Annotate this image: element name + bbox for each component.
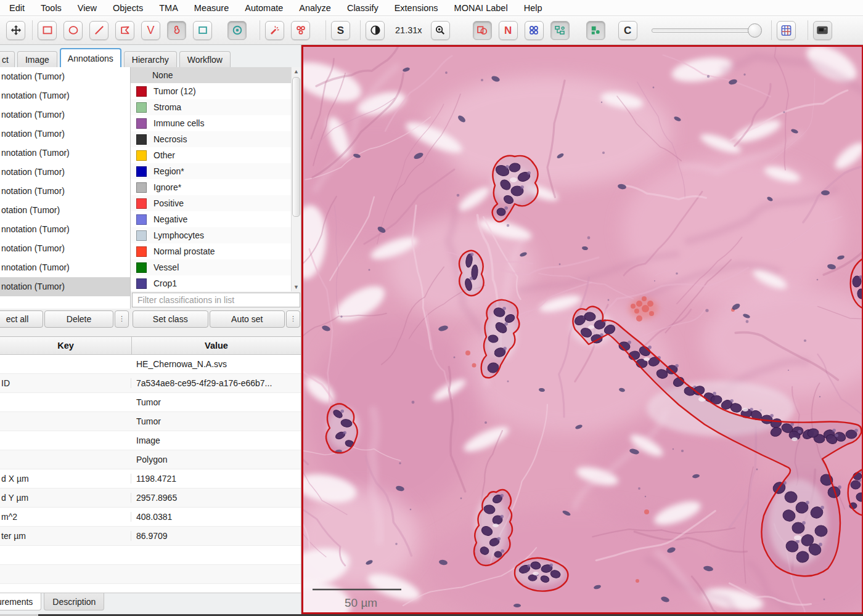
- selection-rectangle-tool-button[interactable]: [193, 21, 212, 40]
- edge-partial-button[interactable]: [813, 21, 832, 40]
- value-column-header[interactable]: Value: [132, 337, 301, 354]
- menu-item-analyze[interactable]: Analyze: [291, 1, 339, 15]
- measurement-value: HE_Chernowa_N.A.svs: [131, 359, 301, 369]
- class-label: Immune cells: [153, 118, 204, 128]
- slide-viewer[interactable]: 50 µm: [301, 45, 863, 614]
- tab-hierarchy[interactable]: Hierarchy: [124, 51, 177, 67]
- menu-item-tools[interactable]: Tools: [33, 1, 70, 15]
- menu-item-tma[interactable]: TMA: [151, 1, 186, 15]
- classification-item-normal-prostate[interactable]: Normal prostate: [131, 243, 301, 259]
- annotation-list-item[interactable]: notation (Tumor): [0, 239, 130, 258]
- table-row[interactable]: ID7a534ae8-ce95-4f29-a176-e66b7...: [0, 374, 301, 393]
- line-tool-button[interactable]: [89, 21, 108, 40]
- zoom-to-fit-button[interactable]: [431, 21, 450, 40]
- tab-project[interactable]: ct: [0, 51, 15, 67]
- opacity-slider-knob[interactable]: [748, 23, 762, 38]
- annotation-list-item[interactable]: nnotation (Tumor): [0, 258, 130, 277]
- polyline-tool-button[interactable]: V: [141, 21, 160, 40]
- brush-tool-button[interactable]: [167, 21, 186, 40]
- annotation-list-item[interactable]: nnotation (Tumor): [0, 144, 130, 163]
- annotation-list-item[interactable]: nnotation (Tumor): [0, 86, 130, 105]
- show-connections-button[interactable]: C: [618, 21, 637, 40]
- measurement-grid-button[interactable]: [777, 21, 796, 40]
- classification-item-tumor-12[interactable]: Tumor (12): [131, 83, 301, 99]
- filter-classifications-input[interactable]: [132, 293, 300, 307]
- scroll-up-icon[interactable]: ▲: [292, 67, 301, 76]
- tab-description[interactable]: Description: [44, 593, 104, 610]
- tab-image[interactable]: Image: [17, 51, 57, 67]
- scrollbar-thumb[interactable]: [292, 77, 300, 217]
- menu-item-monai-label[interactable]: MONAI Label: [446, 1, 516, 15]
- menu-item-measure[interactable]: Measure: [186, 1, 237, 15]
- table-row[interactable]: Tumor: [0, 393, 301, 412]
- classification-item-ignore[interactable]: Ignore*: [131, 179, 301, 195]
- menu-item-objects[interactable]: Objects: [105, 1, 151, 15]
- table-row[interactable]: m^2408.0381: [0, 508, 301, 527]
- annotation-list-item[interactable]: notation (Tumor): [0, 105, 130, 124]
- annotation-list-item[interactable]: notation (Tumor): [0, 163, 130, 182]
- menu-item-extensions[interactable]: Extensions: [387, 1, 446, 15]
- polygon-tool-button[interactable]: [115, 21, 134, 40]
- annotation-list-item[interactable]: notation (Tumor): [0, 182, 130, 201]
- table-row[interactable]: [0, 565, 301, 584]
- table-row[interactable]: HE_Chernowa_N.A.svs: [0, 355, 301, 374]
- show-detections-button[interactable]: [586, 21, 605, 40]
- contrast-icon: [370, 25, 381, 36]
- delete-button[interactable]: Delete: [44, 310, 113, 328]
- classification-item-crop1[interactable]: Crop1: [131, 275, 301, 291]
- table-row[interactable]: Tumor: [0, 412, 301, 431]
- annotation-more-button[interactable]: ⋮: [115, 310, 129, 328]
- classification-item-positive[interactable]: Positive: [131, 195, 301, 211]
- menu-item-view[interactable]: View: [70, 1, 105, 15]
- classification-item-other[interactable]: Other: [131, 147, 301, 163]
- menu-item-help[interactable]: Help: [516, 1, 550, 15]
- table-row[interactable]: [0, 584, 301, 593]
- table-row[interactable]: d X µm1198.4721: [0, 469, 301, 488]
- menu-item-automate[interactable]: Automate: [237, 1, 291, 15]
- show-hierarchy-button[interactable]: [550, 21, 570, 40]
- script-tool-button[interactable]: S: [331, 21, 350, 40]
- show-annotations-button[interactable]: [473, 21, 492, 40]
- classification-item-necrosis[interactable]: Necrosis: [131, 131, 301, 147]
- points-tool-button[interactable]: [227, 21, 247, 40]
- table-row[interactable]: [0, 546, 301, 565]
- annotation-list-item[interactable]: notation (Tumor): [0, 124, 130, 144]
- ellipse-tool-button[interactable]: [63, 21, 83, 40]
- scroll-down-icon[interactable]: ▼: [292, 283, 301, 291]
- classification-item-negative[interactable]: Negative: [131, 211, 301, 227]
- menu-item-edit[interactable]: Edit: [1, 1, 33, 15]
- menu-item-classify[interactable]: Classify: [339, 1, 387, 15]
- classification-scrollbar[interactable]: ▲ ▼: [291, 67, 301, 291]
- rectangle-tool-button[interactable]: [38, 21, 57, 40]
- table-row[interactable]: Image: [0, 431, 301, 450]
- classification-item-immune-cells[interactable]: Immune cells: [131, 115, 301, 131]
- classification-item-region[interactable]: Region*: [131, 163, 301, 179]
- key-column-header[interactable]: Key: [0, 337, 132, 354]
- classification-item-none[interactable]: None: [131, 67, 301, 83]
- annotation-list-item[interactable]: notation (Tumor): [0, 67, 130, 86]
- move-tool-button[interactable]: [6, 21, 25, 40]
- wand-tool-button[interactable]: [265, 21, 284, 40]
- table-row[interactable]: Polygon: [0, 450, 301, 469]
- table-row[interactable]: ter µm86.9709: [0, 527, 301, 546]
- annotation-list-item[interactable]: nnotation (Tumor): [0, 220, 130, 239]
- opacity-slider[interactable]: [652, 28, 756, 33]
- select-all-button[interactable]: ect all: [0, 310, 43, 328]
- histology-image[interactable]: 50 µm: [301, 45, 863, 614]
- auto-set-button[interactable]: Auto set: [210, 310, 285, 328]
- classification-item-stroma[interactable]: Stroma: [131, 99, 301, 115]
- tab-annotations[interactable]: Annotations: [60, 48, 121, 67]
- set-class-button[interactable]: Set class: [133, 310, 208, 328]
- annotation-list-item[interactable]: notation (Tumor): [0, 277, 130, 296]
- tab-workflow[interactable]: Workflow: [179, 51, 231, 67]
- table-row[interactable]: d Y µm2957.8965: [0, 488, 301, 508]
- show-tma-grid-button[interactable]: [525, 21, 544, 40]
- counting-tool-button[interactable]: [291, 21, 310, 40]
- tab-measurements[interactable]: urements: [0, 593, 41, 610]
- classification-item-lymphocytes[interactable]: Lymphocytes: [131, 227, 301, 243]
- class-more-button[interactable]: ⋮: [286, 310, 300, 328]
- contrast-tool-button[interactable]: [366, 21, 385, 40]
- classification-item-vessel[interactable]: Vessel: [131, 259, 301, 275]
- show-names-button[interactable]: N: [499, 21, 518, 40]
- annotation-list-item[interactable]: otation (Tumor): [0, 201, 130, 220]
